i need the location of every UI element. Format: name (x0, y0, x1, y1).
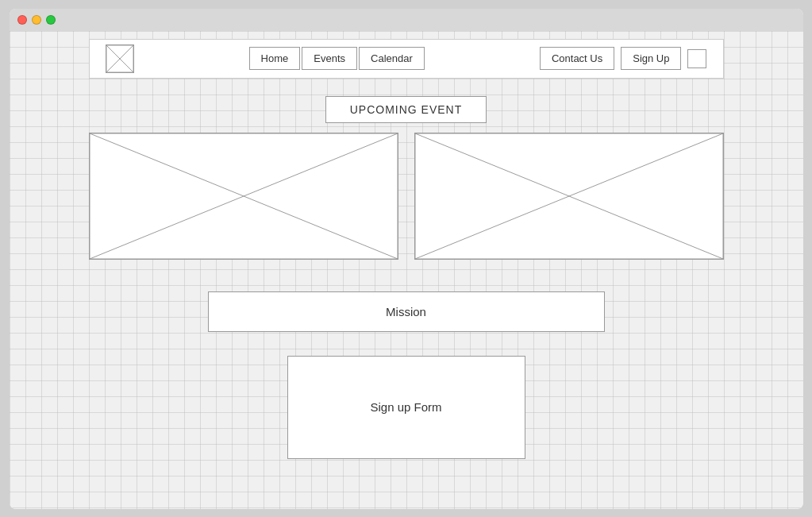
navbar: Home Events Calendar Contact Us Sign Up (89, 39, 724, 79)
image-placeholder-1 (89, 133, 398, 260)
nav-events[interactable]: Events (302, 47, 357, 70)
minimize-button[interactable] (32, 15, 41, 25)
image-placeholder-2 (414, 133, 724, 260)
close-button[interactable] (17, 15, 27, 25)
signup-form-box[interactable]: Sign up Form (287, 356, 525, 459)
mission-section: Mission (89, 291, 724, 332)
main-content: UPCOMING EVENT (10, 102, 803, 459)
signup-section: Sign up Form (89, 356, 724, 459)
maximize-button[interactable] (46, 15, 56, 25)
nav-calendar[interactable]: Calendar (359, 47, 425, 70)
navbar-right: Contact Us Sign Up (540, 47, 707, 70)
browser-window: Home Events Calendar Contact Us Sign Up … (10, 9, 803, 509)
navbar-square-icon (687, 49, 706, 68)
upcoming-event-label: UPCOMING EVENT (89, 102, 724, 117)
mission-label: Mission (386, 305, 426, 318)
signup-form-label: Sign up Form (370, 400, 441, 414)
sign-up-button[interactable]: Sign Up (621, 47, 681, 70)
contact-us-button[interactable]: Contact Us (540, 47, 614, 70)
logo (106, 44, 134, 73)
images-row (89, 133, 724, 260)
nav-links: Home Events Calendar (249, 47, 425, 70)
nav-home[interactable]: Home (249, 47, 301, 70)
page-content: Home Events Calendar Contact Us Sign Up … (10, 31, 803, 509)
title-bar (10, 9, 803, 31)
upcoming-event-text: UPCOMING EVENT (325, 96, 487, 123)
mission-box: Mission (208, 291, 605, 332)
